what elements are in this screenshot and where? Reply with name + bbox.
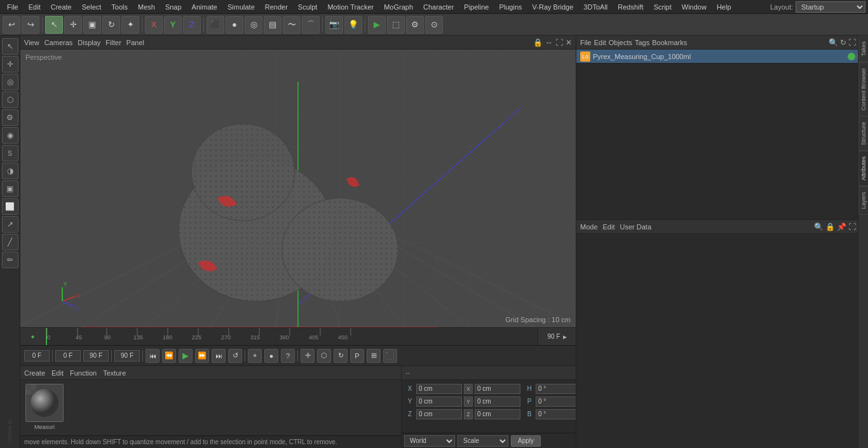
mat-function[interactable]: Function bbox=[70, 369, 97, 377]
sidebar-sculpt1[interactable]: ◉ bbox=[2, 127, 18, 144]
menu-select[interactable]: Select bbox=[78, 2, 106, 12]
frame-current-input[interactable] bbox=[24, 350, 50, 362]
viewport-panel[interactable]: Panel bbox=[126, 39, 144, 46]
transform-button[interactable]: ✦ bbox=[121, 16, 139, 34]
b-input[interactable] bbox=[536, 409, 576, 419]
p-input[interactable] bbox=[536, 397, 576, 407]
h-input[interactable] bbox=[536, 384, 576, 394]
y-input-1[interactable] bbox=[416, 397, 462, 407]
menu-mograph[interactable]: MoGraph bbox=[379, 2, 417, 12]
sidebar-pen[interactable]: ✏ bbox=[2, 252, 18, 268]
cylinder-button[interactable]: ◎ bbox=[245, 16, 262, 34]
render-settings-button[interactable]: ⚙ bbox=[406, 16, 424, 34]
menu-plugins[interactable]: Plugins bbox=[494, 2, 526, 12]
menu-simulate[interactable]: Simulate bbox=[223, 2, 259, 12]
sphere-button[interactable]: ● bbox=[226, 16, 243, 34]
step-forward-button[interactable]: ⏩ bbox=[195, 349, 209, 363]
menu-help[interactable]: Help bbox=[712, 2, 736, 12]
viewport-view[interactable]: View bbox=[24, 39, 39, 46]
tab-takes[interactable]: Takes bbox=[858, 36, 868, 62]
z-input-1[interactable] bbox=[416, 409, 462, 419]
viewport-cameras[interactable]: Cameras bbox=[44, 39, 73, 46]
sidebar-paint[interactable]: ◑ bbox=[2, 163, 18, 179]
timeline-ruler[interactable]: ● 0 45 90 135 bbox=[20, 327, 576, 345]
x-input-2[interactable] bbox=[475, 384, 520, 394]
frame-total-input[interactable] bbox=[114, 350, 140, 362]
go-start-button[interactable]: ⏮ bbox=[146, 349, 159, 363]
layout-dropdown[interactable]: Startup bbox=[796, 1, 865, 13]
spline-button[interactable]: 〜 bbox=[283, 16, 301, 34]
redo-button[interactable]: ↪ bbox=[22, 16, 39, 34]
plane-button[interactable]: ▤ bbox=[264, 16, 281, 34]
refresh-icon[interactable]: ↻ bbox=[840, 38, 846, 47]
keyframe-info-button[interactable]: ? bbox=[281, 349, 295, 363]
z-input-2[interactable] bbox=[475, 409, 520, 419]
nurbs-button[interactable]: ⌒ bbox=[302, 16, 320, 34]
menu-script[interactable]: Script bbox=[649, 2, 676, 12]
obj-objects[interactable]: Objects bbox=[609, 39, 632, 46]
sidebar-arrow[interactable]: ↗ bbox=[2, 216, 18, 233]
tab-structure[interactable]: Structure bbox=[858, 116, 868, 151]
undo-button[interactable]: ↩ bbox=[3, 16, 20, 34]
x-input-1[interactable] bbox=[416, 384, 462, 394]
rotate-tool-pb[interactable]: ↻ bbox=[334, 349, 348, 363]
camera-button[interactable]: 📷 bbox=[325, 16, 343, 34]
menu-render[interactable]: Render bbox=[261, 2, 292, 12]
sidebar-select[interactable]: ↖ bbox=[2, 38, 18, 55]
obj-bookmarks[interactable]: Bookmarks bbox=[652, 39, 687, 46]
select-tool-button[interactable]: ↖ bbox=[45, 16, 63, 34]
y-axis-button[interactable]: Y bbox=[164, 16, 182, 34]
snap-tool-pb[interactable]: P bbox=[350, 349, 364, 363]
tab-content-browser[interactable]: Content Browser bbox=[858, 62, 868, 116]
menu-redshift[interactable]: Redshift bbox=[613, 2, 648, 12]
viewport-maximize-icon[interactable]: ⛶ bbox=[555, 38, 563, 47]
sidebar-move[interactable]: ✛ bbox=[2, 56, 18, 72]
menu-sculpt[interactable]: Sculpt bbox=[294, 2, 322, 12]
tab-layers[interactable]: Layers bbox=[858, 186, 868, 215]
menu-motion-tracker[interactable]: Motion Tracker bbox=[323, 2, 378, 12]
menu-3dtoall[interactable]: 3DToAll bbox=[579, 2, 612, 12]
move-tool-button[interactable]: ✛ bbox=[64, 16, 82, 34]
move-tool-pb[interactable]: ✛ bbox=[301, 349, 315, 363]
timeline-track[interactable]: 0 45 90 135 180 225 270 bbox=[46, 328, 538, 345]
mat-texture[interactable]: Texture bbox=[103, 369, 126, 377]
sidebar-grid[interactable]: ▣ bbox=[2, 180, 18, 197]
apply-button[interactable]: Apply bbox=[511, 435, 541, 447]
grid-btn[interactable]: ⊞ bbox=[367, 349, 381, 363]
x-axis-button[interactable]: X bbox=[145, 16, 163, 34]
attr-lock-icon[interactable]: 🔒 bbox=[825, 222, 835, 231]
scale-dropdown[interactable]: Scale Size bbox=[458, 435, 508, 447]
menu-pipeline[interactable]: Pipeline bbox=[459, 2, 493, 12]
scale-tool-button[interactable]: ▣ bbox=[83, 16, 101, 34]
render-pb[interactable]: ⬛ bbox=[383, 349, 397, 363]
attr-pin-icon[interactable]: 📌 bbox=[837, 222, 846, 231]
menu-animate[interactable]: Animate bbox=[187, 2, 222, 12]
viewport-close-icon[interactable]: ✕ bbox=[566, 38, 572, 47]
z-axis-button[interactable]: Z bbox=[183, 16, 201, 34]
object-row-0[interactable]: Lo Pyrex_Measuring_Cup_1000ml bbox=[576, 50, 868, 64]
timeline-end-icon[interactable]: ▸ bbox=[563, 332, 567, 341]
sidebar-line[interactable]: ╱ bbox=[2, 234, 18, 250]
obj-tags[interactable]: Tags bbox=[635, 39, 649, 46]
attr-user-data[interactable]: User Data bbox=[620, 223, 652, 231]
frame-start-input[interactable] bbox=[55, 350, 81, 362]
menu-create[interactable]: Create bbox=[46, 2, 76, 12]
sidebar-sculpt2[interactable]: S bbox=[2, 145, 18, 161]
loop-button[interactable]: ↺ bbox=[228, 349, 242, 363]
sidebar-poly[interactable]: ⬡ bbox=[2, 92, 18, 108]
rotate-tool-button[interactable]: ↻ bbox=[102, 16, 120, 34]
scale-tool-pb[interactable]: ⬡ bbox=[317, 349, 331, 363]
attr-search-icon[interactable]: 🔍 bbox=[814, 222, 824, 231]
go-end-button[interactable]: ⏭ bbox=[212, 349, 226, 363]
obj-edit[interactable]: Edit bbox=[594, 39, 606, 46]
menu-mesh[interactable]: Mesh bbox=[133, 2, 159, 12]
sidebar-gear[interactable]: ⚙ bbox=[2, 109, 18, 126]
step-back-button[interactable]: ⏪ bbox=[162, 349, 176, 363]
light-button[interactable]: 💡 bbox=[344, 16, 362, 34]
mat-edit[interactable]: Edit bbox=[51, 369, 64, 377]
mat-create[interactable]: Create bbox=[24, 369, 45, 377]
world-dropdown[interactable]: World Object Parent bbox=[404, 435, 455, 447]
expand-icon[interactable]: ⛶ bbox=[848, 38, 856, 47]
menu-character[interactable]: Character bbox=[419, 2, 458, 12]
material-item-0[interactable]: Measuri bbox=[20, 380, 69, 435]
